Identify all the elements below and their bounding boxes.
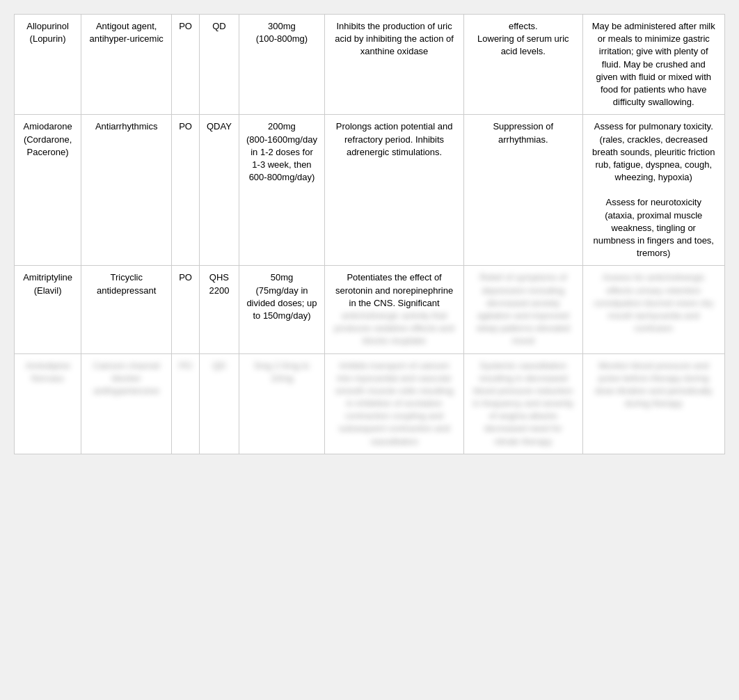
frequency-blurred: QD — [212, 360, 226, 371]
route-blurred: PO — [179, 360, 192, 371]
route: PO — [172, 115, 200, 266]
table-row: Allopurinol(Lopurin) Antigout agent, ant… — [15, 15, 725, 115]
mechanism: Potentiates the effect of serotonin and … — [325, 266, 464, 353]
frequency: QDAY — [199, 115, 239, 266]
mechanism: Prolongs action potential and refractory… — [325, 115, 464, 266]
nursing-blurred: Assess for anticholinergic effects urina… — [594, 272, 713, 333]
therapeutic-effect: Systemic vasodilation resulting in decre… — [464, 353, 582, 454]
nursing-considerations: Assess for pulmonary toxicity. (rales, c… — [582, 115, 724, 266]
therapeutic-effect: effects.Lowering of serum uric acid leve… — [464, 15, 582, 115]
drug-class: Tricyclic antidepressant — [81, 266, 172, 353]
therapeutic-effect: Relief of symptoms of depression includi… — [464, 266, 582, 353]
medication-table: Allopurinol(Lopurin) Antigout agent, ant… — [14, 14, 725, 454]
drug-name: Amitriptyline(Elavil) — [15, 266, 81, 353]
route: PO — [172, 15, 200, 115]
dose: 5mg 2.5mg to 10mg — [239, 353, 324, 454]
drug-class: Antiarrhythmics — [81, 115, 172, 266]
nursing-considerations: May be administered after milk or meals … — [582, 15, 724, 115]
mechanism-blurred-row4: Inhibits transport of calcium into myoca… — [335, 360, 454, 447]
mechanism: Inhibits the production of uric acid by … — [325, 15, 464, 115]
table-row: Amiodarone(Cordarone,Pacerone) Antiarrhy… — [15, 115, 725, 266]
therapeutic-blurred-row4: Systemic vasodilation resulting in decre… — [473, 360, 574, 447]
drug-class: Calcium channel blocker antihypertensive — [81, 353, 172, 454]
drug-class: Antigout agent, antihyper-uricemic — [81, 15, 172, 115]
frequency: QD — [199, 353, 239, 454]
dose: 200mg(800-1600mg/day in 1-2 doses for 1-… — [239, 115, 324, 266]
therapeutic-blurred: Relief of symptoms of depression includi… — [477, 272, 570, 346]
nursing-considerations: Monitor blood pressure and pulse before … — [582, 353, 724, 454]
drug-name: Allopurinol(Lopurin) — [15, 15, 81, 115]
frequency: QHS2200 — [199, 266, 239, 353]
dose: 300mg(100-800mg) — [239, 15, 324, 115]
route: PO — [172, 353, 200, 454]
table-row: Amlodipine Norvasc Calcium channel block… — [15, 353, 725, 454]
drug-class-blurred: Calcium channel blocker antihypertensive — [93, 360, 160, 396]
dose-blurred: 5mg 2.5mg to 10mg — [254, 360, 310, 383]
nursing-considerations: Assess for anticholinergic effects urina… — [582, 266, 724, 353]
dose: 50mg(75mg/day in divided doses; up to 15… — [239, 266, 324, 353]
drug-name: Amiodarone(Cordarone,Pacerone) — [15, 115, 81, 266]
therapeutic-effect: Suppression of arrhythmias. — [464, 115, 582, 266]
page-wrapper: Allopurinol(Lopurin) Antigout agent, ant… — [0, 0, 739, 468]
nursing-blurred-row4: Monitor blood pressure and pulse before … — [595, 360, 712, 409]
table-row: Amitriptyline(Elavil) Tricyclic antidepr… — [15, 266, 725, 353]
drug-name-blurred: Amlodipine Norvasc — [25, 360, 70, 383]
route: PO — [172, 266, 200, 353]
mechanism: Inhibits transport of calcium into myoca… — [325, 353, 464, 454]
frequency: QD — [199, 15, 239, 115]
drug-name: Amlodipine Norvasc — [15, 353, 81, 454]
mechanism-blurred: anticholinergic activity that produces s… — [334, 310, 454, 346]
